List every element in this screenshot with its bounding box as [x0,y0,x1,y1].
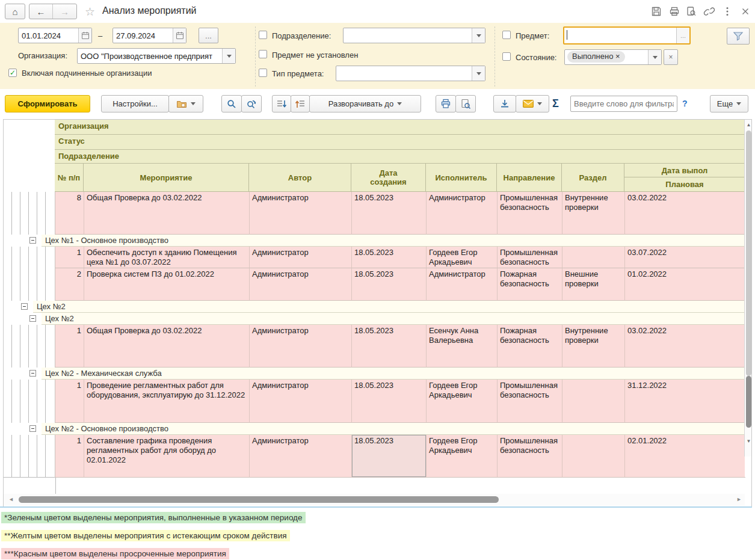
cell-section[interactable]: Внутренние проверки [562,325,625,368]
group-row[interactable]: Цех №1 - Основное производство [4,235,745,247]
cell-section[interactable]: Внешние проверки [562,268,625,301]
table-row[interactable]: 8 Общая Проверка до 03.02.2022 Администр… [55,192,745,235]
cell-direction[interactable]: Пожарная безопасность [498,268,562,301]
cell-executor[interactable]: Гордеев Егор Аркадьевич [427,380,498,423]
chevron-down-icon[interactable] [472,66,485,81]
state-combo[interactable]: Выполнено × [564,49,662,65]
scroll-left-icon[interactable]: ◄ [8,496,14,502]
cell-planned[interactable]: 03.02.2022 [625,192,745,235]
cell-created[interactable]: 18.05.2023 [352,380,427,423]
cell-executor[interactable]: Администратор [427,192,498,235]
collapse-groups-button[interactable] [291,95,310,112]
cell-author[interactable]: Администратор [250,192,352,235]
print-icon[interactable] [668,5,681,18]
send-email-button[interactable] [516,95,549,112]
scrollbar-thumb[interactable] [746,376,751,428]
vertical-scrollbar[interactable]: ▲ ▼ [744,120,752,457]
cell-executor[interactable]: Есенчук Анна Валерьевна [427,325,498,368]
collapse-toggle[interactable] [29,237,36,244]
group-row[interactable]: Цех №2 [4,313,745,325]
back-button[interactable]: ← [29,4,53,19]
cell-num[interactable]: 2 [55,268,84,301]
cell-direction[interactable]: Промышленная безопасность [498,247,562,268]
cell-planned[interactable]: 03.07.2022 [625,247,745,268]
cell-direction[interactable]: Промышленная безопасность [498,380,562,423]
settings-button[interactable]: Настройки... [101,95,169,112]
cell-planned[interactable]: 31.12.2022 [625,380,745,423]
more-icon[interactable] [721,5,734,18]
cell-created[interactable]: 18.05.2023 [352,268,427,301]
cell-author[interactable]: Администратор [250,435,352,478]
subject-field[interactable]: ... [563,26,691,45]
table-row[interactable]: 1 Проведение регламентных работ для обор… [55,380,745,423]
quick-filter-field[interactable] [570,96,677,112]
scroll-right-icon[interactable]: ► [736,496,742,502]
home-button[interactable]: ⌂ [5,4,25,19]
state-clear-button[interactable]: × [664,49,678,65]
calendar-icon[interactable] [173,28,186,43]
cell-event[interactable]: Общая Проверка до 03.02.2022 [84,192,250,235]
cell-event[interactable]: Проведение регламентных работ для оборуд… [84,380,250,423]
save-icon[interactable] [650,5,663,18]
print-button[interactable] [436,95,456,112]
cell-num[interactable]: 8 [55,192,84,235]
generate-button[interactable]: Сформировать [5,95,90,112]
state-tag[interactable]: Выполнено × [567,51,625,63]
subject-more-button[interactable]: ... [676,28,689,43]
cell-planned[interactable]: 01.02.2022 [625,268,745,301]
expand-groups-button[interactable] [272,95,291,112]
table-row[interactable]: 2 Проверка систем ПЗ до 01.02.2022 Админ… [55,268,745,301]
subject-checkbox[interactable] [502,31,511,39]
organization-combo[interactable] [77,48,236,64]
department-combo[interactable] [343,28,485,43]
help-link[interactable]: ? [682,99,688,108]
cell-event[interactable]: Обеспечить доступ к зданию Помещения цех… [84,247,250,268]
chevron-down-icon[interactable] [648,50,661,64]
scrollbar-track-shade[interactable] [746,131,751,376]
link-icon[interactable] [703,5,716,18]
cell-author[interactable]: Администратор [250,247,352,268]
save-result-button[interactable] [493,95,516,112]
cell-author[interactable]: Администратор [250,268,352,301]
period-more-button[interactable]: ... [199,28,218,43]
search-reset-button[interactable] [241,95,262,112]
cell-direction[interactable]: Пожарная безопасность [498,325,562,368]
period-from-input[interactable] [19,28,78,43]
report-variants-button[interactable] [168,95,203,112]
subject-not-set-checkbox[interactable] [259,50,267,58]
department-input[interactable] [344,28,472,43]
collapse-toggle[interactable] [29,370,36,377]
cell-num[interactable]: 1 [55,247,84,268]
horizontal-scrollbar[interactable]: ◄ ► [4,494,745,506]
state-checkbox[interactable] [502,52,511,61]
cell-event[interactable]: Составление графика проведения регламент… [84,435,250,478]
cell-author[interactable]: Администратор [250,380,352,423]
group-row[interactable]: Цех №2 [4,301,745,313]
cell-event[interactable]: Общая Проверка до 03.02.2022 [84,325,250,368]
subject-type-input[interactable] [336,66,472,81]
quick-filter-input[interactable] [571,96,677,111]
cell-num[interactable]: 1 [55,435,84,478]
cell-planned[interactable]: 02.01.2022 [625,435,745,478]
subject-type-combo[interactable] [336,66,485,81]
scroll-down-icon[interactable]: ▼ [745,438,752,444]
cell-created-selected[interactable]: 18.05.2023 [352,435,427,478]
forward-button[interactable]: → [53,4,76,19]
cell-created[interactable]: 18.05.2023 [352,192,427,235]
group-row[interactable]: Цех №2 - Основное производство [4,423,745,435]
department-checkbox[interactable] [259,31,267,39]
cell-event[interactable]: Проверка систем ПЗ до 01.02.2022 [84,268,250,301]
search-button[interactable] [221,95,242,112]
print-preview-button[interactable] [455,95,476,112]
cell-created[interactable]: 18.05.2023 [352,247,427,268]
organization-input[interactable] [78,49,222,63]
table-row[interactable]: 1 Общая Проверка до 03.02.2022 Администр… [55,325,745,368]
filter-funnel-button[interactable] [727,28,750,45]
sum-button[interactable]: Σ [552,97,559,110]
table-row[interactable]: 1 Обеспечить доступ к зданию Помещения ц… [55,247,745,268]
group-row[interactable]: Цех №2 - Механическая служба [4,368,745,380]
report-grid[interactable]: Организация Статус Подразделение № п/п М… [3,119,752,506]
calendar-icon[interactable] [78,28,91,43]
subject-input[interactable] [567,28,676,43]
cell-section[interactable]: Внутренние проверки [562,192,625,235]
